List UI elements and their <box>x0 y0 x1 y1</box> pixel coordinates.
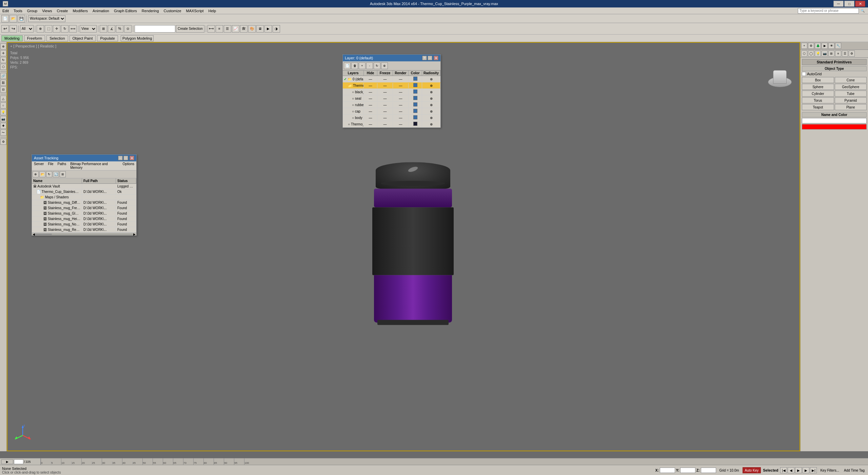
layer-panel-minimize[interactable]: ─ <box>428 56 432 60</box>
scroll-thumb[interactable] <box>35 234 52 235</box>
plane-btn[interactable]: Plane <box>835 104 867 110</box>
layer-row-body[interactable]: ○ body — — — ⊕ <box>343 115 440 121</box>
asset-menu-options[interactable]: Options <box>121 161 136 170</box>
scroll-left-btn[interactable]: ◀ <box>33 233 35 236</box>
layer-new-btn[interactable]: 📄 <box>344 62 351 69</box>
layer-panel-help[interactable]: ? <box>422 56 427 60</box>
cylinder-btn[interactable]: Cylinder <box>802 91 834 97</box>
menu-group[interactable]: Group <box>25 8 40 14</box>
asset-row-vault[interactable]: 🏛 Autodesk Vault Logged Out ... <box>32 184 136 189</box>
layer-render-0[interactable]: — <box>393 77 409 82</box>
sidebar-link-tool[interactable]: 🔗 <box>0 73 6 79</box>
material-btn[interactable]: 🎨 <box>248 25 256 33</box>
tab-object-paint[interactable]: Object Paint <box>70 35 96 41</box>
layer-row-thermo[interactable]: 📁 Thermo_Cup_Stainless_Purple — — — ⊕ <box>343 82 440 89</box>
sidebar-light-tool[interactable]: 💡 <box>0 109 6 115</box>
asset-row-maxfile[interactable]: 📄 Thermo_Cup_Stainless_Purple_max_vray.m… <box>32 189 136 195</box>
select-btn[interactable]: ⊕ <box>37 25 44 33</box>
box-btn[interactable]: Box <box>802 77 834 83</box>
open-btn[interactable]: 📂 <box>9 15 17 22</box>
play-btn[interactable]: ▶ <box>1 459 13 464</box>
layer-row-default[interactable]: ✓ 📁 0 (default) — — — ⊕ <box>343 76 440 82</box>
tab-selection[interactable]: Selection <box>46 35 68 41</box>
layer-color-body[interactable] <box>409 115 422 121</box>
layer-render-thermo[interactable]: — <box>393 83 409 88</box>
layer-hide-thermo2[interactable]: — <box>364 122 377 127</box>
asset-scrollbar[interactable]: ◀ ▶ <box>32 233 136 235</box>
sub-tab-4[interactable]: 📷 <box>822 51 828 57</box>
asset-menu-server[interactable]: Server <box>32 161 46 170</box>
current-frame-input[interactable]: 0 <box>14 459 23 464</box>
menu-graph-editors[interactable]: Graph Editors <box>112 8 139 14</box>
asset-row-glossiness[interactable]: 🖼 Stainless_mug_Glossiness.png D:\3d WOR… <box>32 211 136 216</box>
workspace-select[interactable]: Workspace: Default <box>28 15 65 22</box>
sidebar-helper-tool[interactable]: ✚ <box>0 123 6 129</box>
pyramid-btn[interactable]: Pyramid <box>835 97 867 103</box>
layer-row-thermo2[interactable]: ○ Thermo_Cup_Stainless_Purple — — — ⊕ <box>343 121 440 127</box>
motion-tab[interactable]: ▶ <box>822 43 828 49</box>
curve-editor-btn[interactable]: 📈 <box>232 25 239 33</box>
asset-menu-file[interactable]: File <box>46 161 55 170</box>
sub-tab-8[interactable]: ⚙ <box>849 51 855 57</box>
view-select[interactable]: View <box>80 25 97 33</box>
prev-frame-btn[interactable]: ◀ <box>788 467 794 473</box>
layer-row-black-plane[interactable]: ○ black_plane — — — ⊕ <box>343 89 440 95</box>
layer-color-thermo2[interactable] <box>409 121 422 127</box>
percent-snap-btn[interactable]: % <box>116 25 123 33</box>
sidebar-bind-tool[interactable]: ⊟ <box>0 86 6 93</box>
tab-populate[interactable]: Populate <box>97 35 118 41</box>
menu-animation[interactable]: Animation <box>90 8 112 14</box>
menu-customize[interactable]: Customize <box>161 8 184 14</box>
layer-render-seal[interactable]: — <box>393 96 409 101</box>
sidebar-scale-tool[interactable]: ⬡ <box>0 64 6 70</box>
torus-btn[interactable]: Torus <box>802 97 834 103</box>
layer-row-seal[interactable]: ○ seal — — — ⊕ <box>343 95 440 102</box>
layer-freeze-seal[interactable]: — <box>377 96 393 101</box>
timeline-bar[interactable]: ▶ 0 / 225 0 5 10 15 20 25 30 35 40 45 50… <box>0 458 868 465</box>
utilities-tab[interactable]: 🔧 <box>835 43 841 49</box>
layer-mgr-btn[interactable]: ☰ <box>224 25 231 33</box>
layer-panel-close[interactable]: ✕ <box>434 56 438 60</box>
layer-render-rubber[interactable]: — <box>393 102 409 107</box>
activeshade-btn[interactable]: ◑ <box>273 25 280 33</box>
asset-row-maps[interactable]: 📁 Maps / Shaders <box>32 195 136 200</box>
render-setup-btn[interactable]: 🖥 <box>256 25 264 33</box>
asset-tb-refresh[interactable]: 🔄 <box>53 171 59 177</box>
layer-render-thermo2[interactable]: — <box>393 122 409 127</box>
sub-tab-5[interactable]: ⊞ <box>828 51 834 57</box>
layer-freeze-rubber[interactable]: — <box>377 102 393 107</box>
layer-delete-btn[interactable]: 🗑 <box>351 62 358 69</box>
undo-btn[interactable]: ↩ <box>1 25 9 33</box>
key-filters-btn[interactable]: Key Filters... <box>819 469 841 472</box>
layer-freeze-0[interactable]: — <box>377 77 393 82</box>
sidebar-shape-tool[interactable]: ○ <box>0 102 6 108</box>
hierarchy-tab[interactable]: 🌲 <box>815 43 821 49</box>
menu-create[interactable]: Create <box>54 8 70 14</box>
teapot-btn[interactable]: Teapot <box>802 104 834 110</box>
asset-panel-maximize[interactable]: □ <box>123 156 128 160</box>
layer-freeze-thermo2[interactable]: — <box>377 122 393 127</box>
layer-hide-cap[interactable]: — <box>364 109 377 114</box>
layer-color-seal[interactable] <box>409 95 422 101</box>
asset-row-height[interactable]: 🖼 Stainless_mug_Height.png D:\3d WORK\..… <box>32 216 136 222</box>
go-end-btn[interactable]: ▶| <box>810 467 817 473</box>
create-selection-input[interactable] <box>135 25 175 33</box>
search-icon[interactable]: 🔍 <box>860 8 865 13</box>
new-btn[interactable]: 📄 <box>1 15 9 22</box>
save-btn[interactable]: 💾 <box>18 15 25 22</box>
asset-panel-minimize[interactable]: ─ <box>118 156 123 160</box>
close-btn[interactable]: ✕ <box>855 1 865 7</box>
scroll-right-btn[interactable]: ▶ <box>133 233 136 236</box>
maximize-btn[interactable]: □ <box>844 1 854 7</box>
menu-views[interactable]: Views <box>40 8 54 14</box>
menu-rendering[interactable]: Rendering <box>139 8 161 14</box>
layer-render-bp[interactable]: — <box>393 90 409 95</box>
angle-snap-btn[interactable]: ∡ <box>108 25 115 33</box>
search-input[interactable] <box>798 8 859 14</box>
sub-tab-7[interactable]: ☰ <box>842 51 848 57</box>
layer-freeze-bp[interactable]: — <box>377 90 393 95</box>
minimize-btn[interactable]: ─ <box>833 1 844 7</box>
snap-btn[interactable]: ⊞ <box>100 25 107 33</box>
sidebar-spacewarp-tool[interactable]: 〜 <box>0 130 6 136</box>
sphere-btn[interactable]: Sphere <box>802 84 834 90</box>
